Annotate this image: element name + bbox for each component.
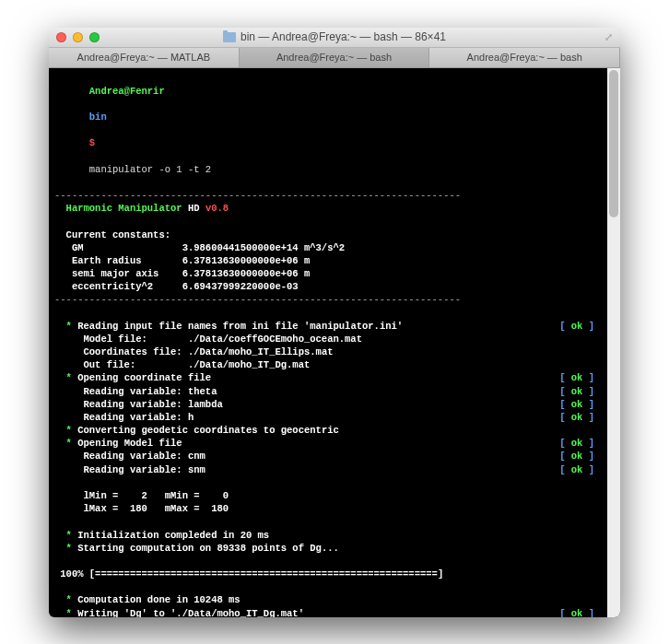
tab-matlab[interactable]: Andrea@Freya:~ — MATLAB bbox=[49, 48, 240, 67]
const-ecc-k: eccentricity^2 bbox=[72, 281, 153, 292]
progress-bar: 100% [==================================… bbox=[60, 568, 443, 580]
prompt-cwd: bin bbox=[89, 111, 107, 123]
rv-h: Reading variable: h bbox=[84, 412, 194, 423]
prompt-symbol: $ bbox=[89, 137, 95, 148]
rv-theta: Reading variable: theta bbox=[84, 386, 217, 397]
rv-snm: Reading variable: snm bbox=[84, 464, 205, 475]
terminal-window: bin — Andrea@Freya:~ — bash — 86×41 ⤢ An… bbox=[49, 28, 620, 617]
model-file: ./Data/coeffGOCEmoho_ocean.mat bbox=[188, 334, 362, 345]
step-write: Writing 'Dg' to './Data/moho_IT_Dg.mat' bbox=[77, 608, 304, 617]
terminal-body[interactable]: Andrea@Fenrir bin $ manipulator -o 1 -t … bbox=[49, 68, 620, 617]
folder-icon bbox=[223, 32, 236, 42]
separator-line-2: ----------------------------------------… bbox=[54, 293, 615, 306]
constants-header: Current constants: bbox=[66, 229, 170, 240]
step-comp-done: Computation done in 10248 ms bbox=[77, 594, 240, 605]
const-er-k: Earth radius bbox=[72, 255, 142, 266]
const-gm-v: 3.98600441500000e+14 m^3/s^2 bbox=[182, 242, 345, 253]
step-convert: Converting geodetic coordinates to geoce… bbox=[77, 425, 339, 436]
step-open-coord: Opening coordinate file bbox=[77, 372, 211, 383]
step-open-model: Opening Model file bbox=[77, 438, 182, 449]
tab-bash-2[interactable]: Andrea@Freya:~ — bash bbox=[429, 48, 620, 67]
step-init-done: Initialization compleded in 20 ms bbox=[77, 530, 269, 541]
scrollbar[interactable] bbox=[607, 68, 620, 617]
prompt-userhost: Andrea@Fenrir bbox=[89, 86, 165, 97]
tabbar: Andrea@Freya:~ — MATLAB Andrea@Freya:~ —… bbox=[49, 48, 620, 68]
const-gm-k: GM bbox=[72, 242, 84, 253]
fullscreen-icon[interactable]: ⤢ bbox=[604, 31, 613, 43]
model-file-label: Model file: bbox=[84, 334, 147, 345]
const-sma-k: semi major axis bbox=[72, 268, 159, 279]
window-title: bin — Andrea@Freya:~ — bash — 86×41 bbox=[223, 30, 446, 43]
banner-name: Harmonic Manipulator bbox=[66, 203, 182, 214]
banner-hd: HD bbox=[188, 203, 200, 214]
banner-ver: v0.8 bbox=[205, 203, 229, 214]
const-er-v: 6.37813630000000e+06 m bbox=[182, 255, 311, 266]
window-title-text: bin — Andrea@Freya:~ — bash — 86×41 bbox=[241, 30, 446, 43]
coord-file: ./Data/moho_IT_Ellips.mat bbox=[188, 346, 334, 357]
rv-cnm: Reading variable: cnm bbox=[84, 451, 205, 462]
zoom-icon[interactable] bbox=[89, 32, 100, 42]
step-read-ini: Reading input file names from ini file '… bbox=[77, 321, 403, 332]
minimize-icon[interactable] bbox=[73, 32, 83, 42]
traffic-lights bbox=[56, 32, 100, 42]
rv-lambda: Reading variable: lambda bbox=[84, 399, 223, 410]
tab-bash-active[interactable]: Andrea@Freya:~ — bash bbox=[240, 48, 430, 67]
close-icon[interactable] bbox=[56, 32, 66, 42]
step-start-comp: Starting computation on 89338 points of … bbox=[77, 543, 339, 554]
const-ecc-v: 6.69437999220000e-03 bbox=[182, 281, 299, 292]
command-text: manipulator -o 1 -t 2 bbox=[89, 164, 211, 175]
out-file-label: Out file: bbox=[84, 359, 136, 370]
scroll-thumb[interactable] bbox=[609, 70, 618, 217]
coord-file-label: Coordinates file: bbox=[84, 346, 182, 357]
titlebar[interactable]: bin — Andrea@Freya:~ — bash — 86×41 ⤢ bbox=[49, 28, 620, 48]
separator-line: ----------------------------------------… bbox=[54, 189, 615, 202]
lmin: lMin = 2 mMin = 0 bbox=[84, 490, 229, 501]
lmax: lMax = 180 mMax = 180 bbox=[84, 503, 229, 514]
out-file: ./Data/moho_IT_Dg.mat bbox=[188, 359, 310, 370]
const-sma-v: 6.37813630000000e+06 m bbox=[182, 268, 311, 279]
